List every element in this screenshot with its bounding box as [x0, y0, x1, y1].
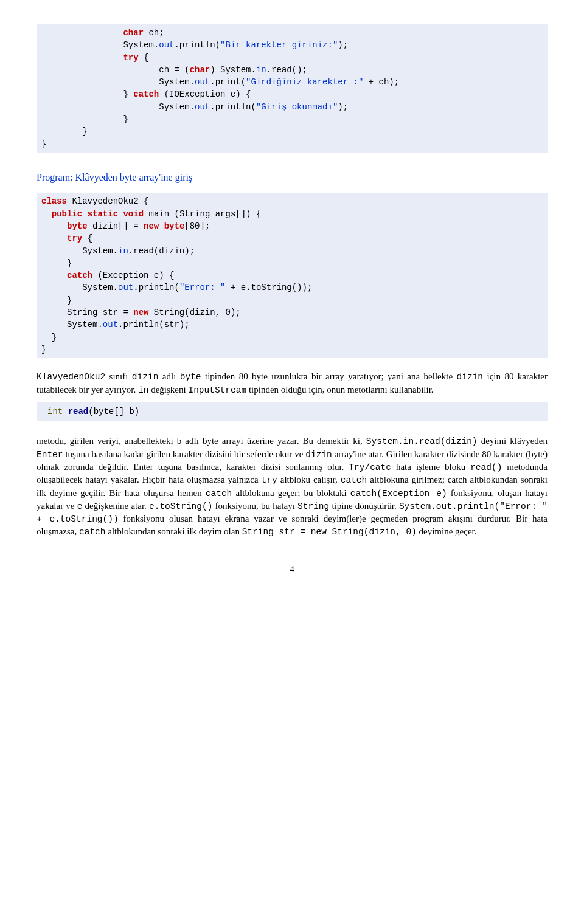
keyword-char: char [190, 65, 210, 75]
key-enter: Enter [36, 450, 63, 460]
var-dizin: dizin [132, 372, 159, 382]
code-text: } [41, 89, 133, 99]
code-text: (IOException e) { [159, 89, 251, 99]
code-tostring: e.toString() [149, 502, 212, 511]
keyword-catch: catch [133, 89, 159, 99]
keyword-void: void [123, 209, 144, 219]
code-text: .print( [210, 77, 246, 87]
code-catch: catch [79, 527, 106, 537]
code-text: ); [338, 40, 348, 50]
code-read: read() [470, 463, 502, 472]
code-text: ) System. [210, 65, 256, 75]
type-byte: byte [180, 372, 201, 382]
code-text: String str = [41, 308, 133, 317]
code-text: { [82, 233, 92, 243]
keyword-char: char [123, 28, 144, 38]
var-dizin: dizin [305, 450, 332, 460]
code-text: + e.toString()); [226, 283, 313, 292]
indent [41, 233, 67, 243]
section-title: Program: Klâvyeden byte array'ine giriş [36, 171, 548, 184]
body-text: deyimine geçer. [417, 526, 477, 536]
keyword-new: new [133, 308, 148, 317]
code-text: System. [41, 102, 195, 112]
code-text: KlavyedenOku2 { [67, 196, 148, 206]
method-signature: int read(byte[] b) [36, 402, 548, 422]
code-text: .println( [133, 283, 179, 292]
paragraph-1: KlavyedenOku2 sınıfı dizin adlı byte tip… [36, 370, 548, 396]
type-string: String [297, 502, 329, 511]
code-expr: System.in.read(dizin) [366, 436, 478, 446]
code-try: try [262, 475, 277, 485]
body-text: altblokuna geçer; bu bloktaki [232, 488, 350, 498]
field-in: in [256, 65, 266, 75]
code-block-1: char ch; System.out.println("Bir karekte… [36, 24, 548, 153]
code-text: dizin[] = [88, 221, 144, 231]
var-in: in [138, 385, 148, 395]
code-catch: catch [206, 489, 232, 498]
body-text: tipinden 80 byte uzunlukta bir array yar… [201, 371, 457, 381]
code-text: } [41, 114, 128, 124]
space [63, 407, 68, 416]
code-text: } [41, 139, 46, 149]
body-text: deyimi klâvyeden [478, 436, 548, 446]
code-text: { [139, 53, 149, 63]
code-block-2: class KlavyedenOku2 { public static void… [36, 193, 548, 358]
string-literal: "Error: " [179, 283, 226, 292]
code-text: main (String args[]) { [144, 209, 261, 219]
indent [41, 53, 123, 63]
code-text: ch; [144, 28, 164, 38]
string-literal: "Bir karekter giriniz:" [220, 40, 338, 50]
code-text: + ch); [363, 77, 399, 87]
body-text: fonksiyonu, bu hatayı [212, 501, 297, 511]
body-text: metodu, girilen veriyi, anabellekteki b … [36, 436, 366, 446]
body-text: tuşuna basılana kadar girilen karakter d… [63, 449, 306, 459]
code-text: } [41, 258, 72, 268]
code-text: .read(dizin); [128, 246, 195, 256]
code-catch: catch [341, 475, 367, 485]
string-literal: "Giriş okunmadı" [256, 102, 338, 112]
body-text: hata işleme bloku [391, 462, 470, 472]
keyword-try: try [123, 53, 138, 63]
field-in: in [118, 246, 128, 256]
code-text: .read(); [266, 65, 307, 75]
code-text: System. [41, 40, 159, 50]
body-text: adlı [158, 371, 179, 381]
indent [41, 271, 67, 280]
keyword-try: try [67, 233, 82, 243]
field-out: out [118, 283, 133, 292]
body-text: altblokundan sonraki ilk deyim olan [106, 526, 242, 536]
code-text [159, 221, 164, 231]
code-text: .println( [210, 102, 256, 112]
indent [41, 209, 52, 219]
classname: KlavyedenOku2 [36, 372, 105, 382]
field-out: out [103, 320, 118, 329]
code-catch-exception: catch(Exception e) [350, 489, 447, 498]
code-string-new: String str = new String(dizin, 0) [242, 527, 417, 537]
body-text: değişkenine atar. [82, 501, 149, 511]
keyword-static: static [88, 209, 118, 219]
code-text: System. [41, 77, 195, 87]
keyword-new: new [144, 221, 159, 231]
method-read-link[interactable]: read [68, 407, 89, 416]
code-text: System. [41, 283, 118, 292]
body-text: sınıfı [105, 371, 132, 381]
parameters: (byte[] b) [88, 407, 139, 416]
body-text: altbloku çalışır, [277, 475, 341, 484]
body-text: tipinden olduğu için, onun metotlarını k… [246, 385, 433, 395]
type-inputstream: InputStream [188, 385, 246, 395]
code-text: [80]; [184, 221, 210, 231]
keyword-catch: catch [67, 271, 92, 280]
code-text [82, 209, 87, 219]
keyword-byte: byte [164, 221, 185, 231]
body-text: değişkeni [148, 385, 188, 395]
var-dizin: dizin [457, 372, 484, 382]
code-text: ch = ( [41, 65, 190, 75]
keyword-byte: byte [67, 221, 88, 231]
code-text: ); [338, 102, 348, 112]
code-text: .println(str); [118, 320, 190, 329]
code-text: } [41, 295, 72, 305]
indent [41, 28, 123, 38]
code-try-catch: Try/catc [349, 463, 391, 472]
field-out: out [195, 102, 210, 112]
code-text: System. [41, 320, 103, 329]
